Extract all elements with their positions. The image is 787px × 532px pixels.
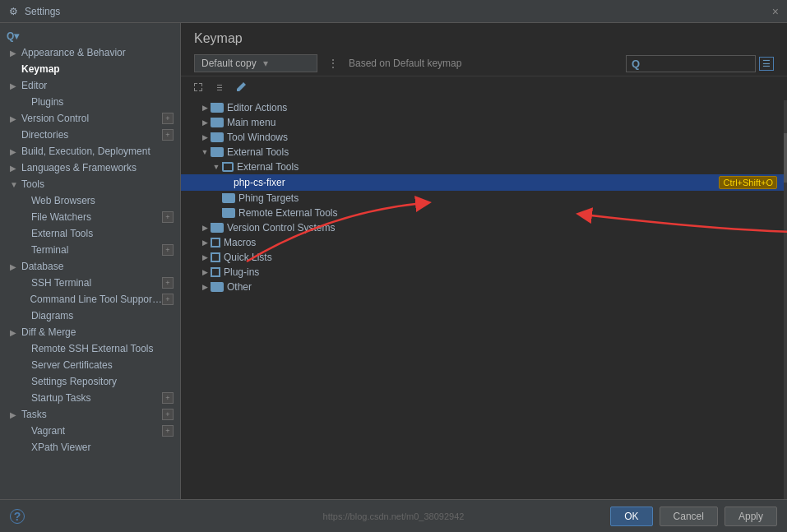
folder-open-sub-icon bbox=[222, 162, 234, 172]
sidebar-search[interactable]: Q▾ bbox=[0, 28, 180, 44]
sidebar-item-settings-repo[interactable]: Settings Repository bbox=[0, 373, 180, 390]
apply-button[interactable]: Apply bbox=[725, 507, 777, 526]
square-icon bbox=[211, 238, 220, 247]
expand-icon: ▶ bbox=[199, 237, 211, 248]
tree-item-version-control-systems[interactable]: ▶ Version Control Systems bbox=[181, 220, 787, 235]
bottom-bar: ? https://blog.csdn.net/m0_38092942 OK C… bbox=[0, 499, 787, 532]
more-options-button[interactable]: ⋮ bbox=[324, 55, 342, 72]
tree-item-plug-ins[interactable]: ▶ Plug-ins bbox=[181, 265, 787, 280]
sidebar-item-editor[interactable]: ▶ Editor bbox=[0, 77, 180, 94]
sidebar-item-external-tools[interactable]: External Tools bbox=[0, 225, 180, 242]
expand-icon: ▶ bbox=[199, 266, 211, 278]
sidebar-item-label: Server Certificates bbox=[31, 359, 113, 371]
tree-item-label: Macros bbox=[224, 237, 780, 248]
sidebar-item-cmd-tool[interactable]: Command Line Tool Suppor… + bbox=[0, 291, 180, 308]
sidebar-item-build[interactable]: ▶ Build, Execution, Deployment bbox=[0, 143, 180, 160]
sidebar-item-tools[interactable]: ▼ Tools bbox=[0, 176, 180, 192]
sidebar-item-remote-ssh[interactable]: Remote SSH External Tools bbox=[0, 340, 180, 357]
sidebar-item-label: Appearance & Behavior bbox=[21, 47, 126, 58]
expand-all-button[interactable] bbox=[189, 80, 207, 97]
sidebar-item-database[interactable]: ▶ Database bbox=[0, 258, 180, 275]
sidebar-item-keymap[interactable]: Keymap bbox=[0, 61, 180, 77]
square-icon bbox=[211, 252, 220, 262]
search-icon: Q bbox=[632, 58, 640, 70]
arrow-icon: ▶ bbox=[10, 147, 20, 156]
main-layout: Q▾ ▶ Appearance & Behavior Keymap ▶ Edit… bbox=[0, 23, 787, 499]
folder-icon bbox=[211, 103, 224, 113]
tree-item-phing-targets[interactable]: Phing Targets bbox=[181, 191, 787, 206]
badge-icon: + bbox=[162, 294, 174, 305]
sidebar-item-label: Tools bbox=[21, 178, 44, 190]
expand-icon bbox=[192, 81, 204, 93]
keymap-toolbar: Default copy ▾ ⋮ Based on Default keymap… bbox=[181, 51, 787, 76]
sidebar-item-label: Version Control bbox=[21, 113, 89, 124]
search-filter-icon[interactable]: ☰ bbox=[759, 57, 774, 71]
expand-icon bbox=[222, 177, 234, 188]
ok-button[interactable]: OK bbox=[610, 507, 652, 526]
sidebar-item-languages[interactable]: ▶ Languages & Frameworks bbox=[0, 160, 180, 176]
keymap-search[interactable]: Q bbox=[626, 55, 756, 72]
sidebar-item-server-certs[interactable]: Server Certificates bbox=[0, 357, 180, 373]
scrollbar-thumb[interactable] bbox=[784, 133, 787, 183]
sidebar-item-label: External Tools bbox=[31, 228, 93, 239]
sidebar-item-tasks[interactable]: ▶ Tasks + bbox=[0, 406, 180, 423]
expand-icon: ▶ bbox=[199, 117, 211, 128]
sidebar-item-terminal[interactable]: Terminal + bbox=[0, 242, 180, 258]
tree-item-php-cs-fixer[interactable]: php-cs-fixer Ctrl+Shift+O bbox=[181, 174, 787, 191]
sidebar-item-label: Editor bbox=[21, 80, 47, 91]
tree-item-tool-windows[interactable]: ▶ Tool Windows bbox=[181, 130, 787, 145]
tree-item-remote-external-tools[interactable]: Remote External Tools bbox=[181, 206, 787, 220]
arrow-icon: ▶ bbox=[10, 164, 20, 173]
tree-item-label: Plug-ins bbox=[224, 266, 780, 278]
sidebar-item-label: Remote SSH External Tools bbox=[31, 343, 154, 354]
sidebar-item-vagrant[interactable]: Vagrant + bbox=[0, 423, 180, 439]
sidebar-item-label: Command Line Tool Suppor… bbox=[30, 294, 162, 305]
sidebar-item-web-browsers[interactable]: Web Browsers bbox=[0, 192, 180, 209]
help-button[interactable]: ? bbox=[10, 509, 25, 524]
folder-icon bbox=[211, 282, 224, 292]
sidebar-item-label: Diagrams bbox=[31, 310, 73, 322]
square-icon bbox=[211, 267, 220, 277]
keymap-dropdown[interactable]: Default copy ▾ bbox=[194, 54, 317, 72]
sidebar-item-diff-merge[interactable]: ▶ Diff & Merge bbox=[0, 324, 180, 340]
tree-item-external-tools-sub[interactable]: ▼ External Tools bbox=[181, 160, 787, 174]
search-input[interactable] bbox=[643, 58, 750, 69]
expand-icon: ▶ bbox=[199, 281, 211, 293]
arrow-icon: ▶ bbox=[10, 49, 20, 58]
content-area: Keymap Default copy ▾ ⋮ Based on Default… bbox=[181, 23, 787, 499]
sidebar-item-ssh-terminal[interactable]: SSH Terminal + bbox=[0, 275, 180, 291]
sidebar-item-startup-tasks[interactable]: Startup Tasks + bbox=[0, 390, 180, 406]
sidebar-item-label: Database bbox=[21, 261, 63, 272]
cancel-button[interactable]: Cancel bbox=[660, 507, 718, 526]
sidebar-item-label: Tasks bbox=[21, 409, 47, 420]
tree-item-label: Tool Windows bbox=[227, 132, 780, 143]
arrow-icon: ▶ bbox=[10, 81, 20, 90]
shortcut-badge: Ctrl+Shift+O bbox=[719, 176, 777, 189]
tree-item-main-menu[interactable]: ▶ Main menu bbox=[181, 115, 787, 130]
collapse-all-button[interactable] bbox=[211, 80, 229, 97]
sidebar-item-label: Languages & Frameworks bbox=[21, 162, 137, 173]
tree-item-macros[interactable]: ▶ Macros bbox=[181, 235, 787, 250]
close-button[interactable]: × bbox=[772, 5, 779, 18]
tree-item-label: Version Control Systems bbox=[227, 222, 780, 234]
arrow-icon: ▶ bbox=[10, 328, 20, 337]
tree-item-quick-lists[interactable]: ▶ Quick Lists bbox=[181, 250, 787, 265]
sidebar-item-plugins[interactable]: Plugins bbox=[0, 94, 180, 110]
sidebar-item-appearance[interactable]: ▶ Appearance & Behavior bbox=[0, 44, 180, 61]
folder-icon bbox=[211, 118, 224, 127]
tree-item-editor-actions[interactable]: ▶ Editor Actions bbox=[181, 100, 787, 115]
sidebar-item-directories[interactable]: Directories + bbox=[0, 127, 180, 143]
tree-item-other[interactable]: ▶ Other bbox=[181, 280, 787, 294]
edit-button[interactable] bbox=[232, 80, 250, 97]
settings-icon: ⚙ bbox=[7, 5, 20, 18]
action-icons-row bbox=[181, 76, 787, 100]
sidebar-item-xpath-viewer[interactable]: XPath Viewer bbox=[0, 439, 180, 456]
arrow-icon: ▶ bbox=[10, 262, 20, 271]
tree-item-external-tools-group[interactable]: ▼ External Tools bbox=[181, 145, 787, 160]
sidebar-item-label: File Watchers bbox=[31, 211, 91, 223]
sidebar-item-file-watchers[interactable]: File Watchers + bbox=[0, 209, 180, 225]
tree-item-label: Editor Actions bbox=[227, 102, 780, 113]
sidebar-item-diagrams[interactable]: Diagrams bbox=[0, 308, 180, 324]
sidebar-item-version-control[interactable]: ▶ Version Control + bbox=[0, 110, 180, 127]
expand-icon: ▼ bbox=[199, 146, 211, 158]
